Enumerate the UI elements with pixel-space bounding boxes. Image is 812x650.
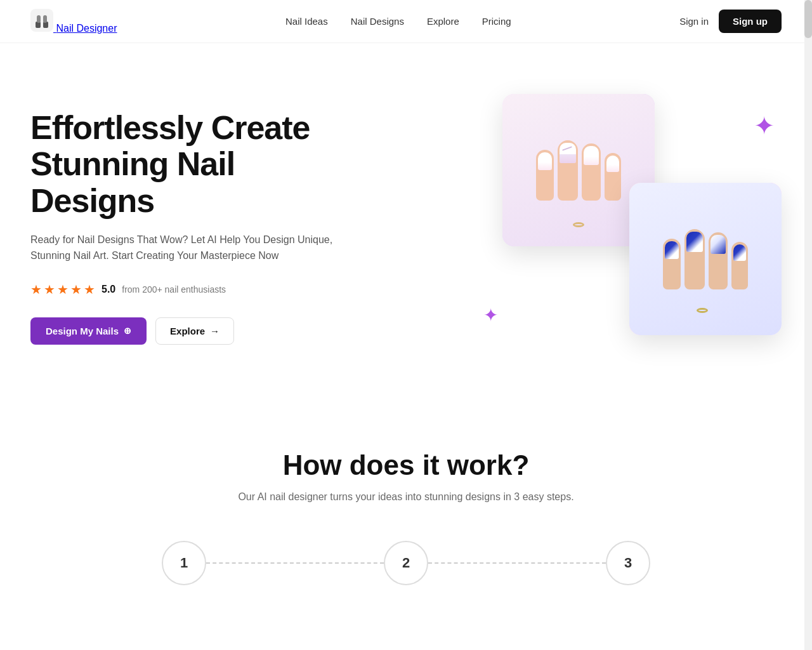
scrollbar-track[interactable] — [804, 0, 812, 623]
hero-title: Effortlessly Create Stunning Nail Design… — [30, 110, 360, 219]
explore-button-label: Explore — [170, 326, 205, 336]
svg-rect-0 — [30, 9, 53, 32]
svg-rect-3 — [37, 15, 41, 23]
scrollbar-thumb[interactable] — [804, 0, 812, 38]
svg-rect-4 — [43, 15, 47, 23]
star-2: ★ — [44, 282, 55, 297]
design-button-icon: ⊕ — [124, 326, 131, 336]
nav-explore[interactable]: Explore — [427, 16, 459, 27]
steps-row: 1 2 3 — [30, 541, 782, 585]
hero-subtitle: Ready for Nail Designs That Wow? Let AI … — [30, 232, 335, 264]
star-3: ★ — [57, 282, 69, 297]
nav-nail-designs[interactable]: Nail Designs — [351, 16, 404, 27]
star-1: ★ — [30, 282, 42, 297]
how-subtitle: Our AI nail designer turns your ideas in… — [30, 491, 782, 503]
nav-links: Nail Ideas Nail Designs Explore Pricing — [285, 16, 511, 27]
step-connector-1-2 — [206, 562, 384, 564]
logo-text: Nail Designer — [56, 23, 117, 34]
how-title: How does it work? — [30, 449, 782, 481]
hero-content: Effortlessly Create Stunning Nail Design… — [30, 110, 360, 345]
design-my-nails-button[interactable]: Design My Nails ⊕ — [30, 317, 147, 345]
signin-button[interactable]: Sign in — [679, 16, 709, 27]
nav-auth: Sign in Sign up — [679, 10, 782, 33]
hero-section: Effortlessly Create Stunning Nail Design… — [0, 43, 812, 399]
sparkle-icon-1: ✦ — [754, 113, 775, 138]
hero-rating: ★ ★ ★ ★ ★ 5.0 from 200+ nail enthusiasts — [30, 282, 360, 297]
step-connector-2-3 — [428, 562, 606, 564]
step-3-number: 3 — [624, 555, 632, 571]
how-it-works-section: How does it work? Our AI nail designer t… — [0, 399, 812, 623]
nav-nail-ideas[interactable]: Nail Ideas — [285, 16, 328, 27]
star-4: ★ — [70, 282, 82, 297]
sparkle-icon-2: ✦ — [483, 307, 498, 324]
step-3-circle: 3 — [606, 541, 650, 585]
nail-image-2 — [629, 183, 782, 335]
step-2-circle: 2 — [384, 541, 428, 585]
design-button-label: Design My Nails — [46, 326, 119, 336]
step-1-number: 1 — [180, 555, 188, 571]
step-2-number: 2 — [402, 555, 410, 571]
explore-arrow-icon: → — [210, 326, 219, 336]
star-5: ★ — [84, 282, 95, 297]
logo-icon — [30, 9, 53, 32]
hero-buttons: Design My Nails ⊕ Explore → — [30, 317, 360, 345]
logo[interactable]: Nail Designer — [30, 9, 117, 34]
hero-images: ✦ — [464, 94, 782, 361]
star-rating: ★ ★ ★ ★ ★ — [30, 282, 95, 297]
rating-text: from 200+ nail enthusiasts — [122, 284, 226, 295]
navbar: Nail Designer Nail Ideas Nail Designs Ex… — [0, 0, 812, 43]
explore-button[interactable]: Explore → — [155, 317, 234, 345]
step-1-circle: 1 — [162, 541, 206, 585]
nav-pricing[interactable]: Pricing — [482, 16, 511, 27]
rating-score: 5.0 — [102, 284, 115, 295]
signup-button[interactable]: Sign up — [719, 10, 782, 33]
